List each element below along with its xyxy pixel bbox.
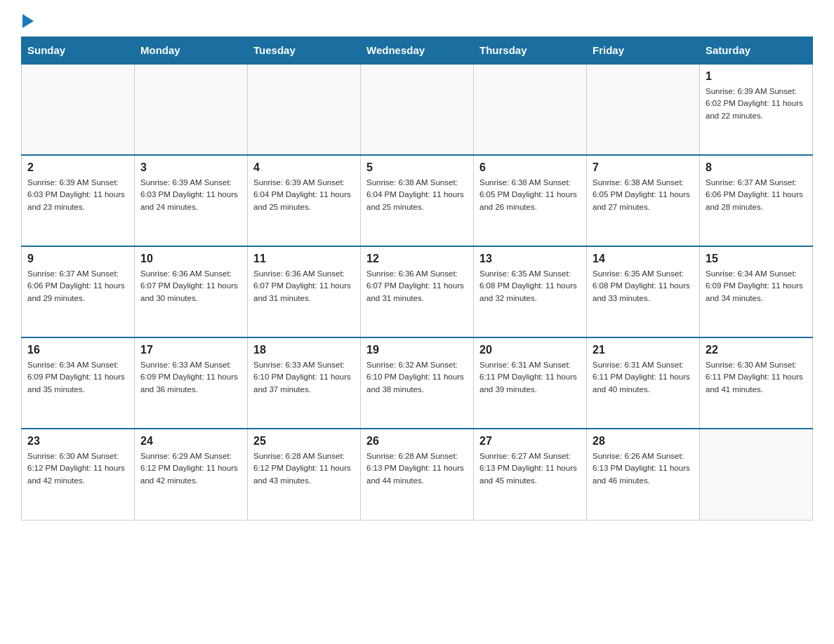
day-info: Sunrise: 6:31 AM Sunset: 6:11 PM Dayligh…: [593, 359, 694, 396]
calendar-cell: 8Sunrise: 6:37 AM Sunset: 6:06 PM Daylig…: [700, 155, 813, 246]
day-info: Sunrise: 6:37 AM Sunset: 6:06 PM Dayligh…: [27, 268, 128, 304]
calendar-header-row: SundayMondayTuesdayWednesdayThursdayFrid…: [22, 37, 813, 65]
calendar-cell: 28Sunrise: 6:26 AM Sunset: 6:13 PM Dayli…: [587, 429, 700, 520]
day-number: 17: [140, 344, 241, 356]
weekday-header-monday: Monday: [135, 37, 248, 65]
day-number: 28: [593, 435, 694, 448]
day-info: Sunrise: 6:36 AM Sunset: 6:07 PM Dayligh…: [140, 268, 241, 304]
calendar-cell: 14Sunrise: 6:35 AM Sunset: 6:08 PM Dayli…: [587, 246, 700, 337]
calendar-week-1: 1Sunrise: 6:39 AM Sunset: 6:02 PM Daylig…: [22, 64, 813, 155]
day-number: 20: [479, 344, 581, 356]
day-number: 2: [27, 161, 128, 174]
day-info: Sunrise: 6:27 AM Sunset: 6:13 PM Dayligh…: [479, 450, 581, 487]
calendar-cell: 26Sunrise: 6:28 AM Sunset: 6:13 PM Dayli…: [361, 429, 474, 520]
calendar-cell: 18Sunrise: 6:33 AM Sunset: 6:10 PM Dayli…: [248, 337, 361, 429]
day-number: 13: [479, 253, 581, 265]
calendar-cell: 2Sunrise: 6:39 AM Sunset: 6:03 PM Daylig…: [22, 155, 135, 246]
day-info: Sunrise: 6:39 AM Sunset: 6:02 PM Dayligh…: [706, 86, 807, 122]
day-number: 21: [593, 344, 694, 356]
calendar-week-4: 16Sunrise: 6:34 AM Sunset: 6:09 PM Dayli…: [22, 337, 813, 429]
day-info: Sunrise: 6:26 AM Sunset: 6:13 PM Dayligh…: [593, 450, 694, 487]
day-number: 5: [366, 161, 468, 174]
day-info: Sunrise: 6:33 AM Sunset: 6:10 PM Dayligh…: [253, 359, 355, 396]
calendar-cell: 25Sunrise: 6:28 AM Sunset: 6:12 PM Dayli…: [248, 429, 361, 520]
calendar-cell: [22, 64, 135, 155]
calendar-cell: 24Sunrise: 6:29 AM Sunset: 6:12 PM Dayli…: [135, 429, 248, 520]
calendar-cell: [587, 64, 700, 155]
day-number: 25: [253, 435, 355, 448]
day-info: Sunrise: 6:28 AM Sunset: 6:12 PM Dayligh…: [253, 450, 355, 487]
day-info: Sunrise: 6:34 AM Sunset: 6:09 PM Dayligh…: [27, 359, 128, 396]
calendar-cell: 20Sunrise: 6:31 AM Sunset: 6:11 PM Dayli…: [474, 337, 587, 429]
day-info: Sunrise: 6:35 AM Sunset: 6:08 PM Dayligh…: [479, 268, 581, 304]
weekday-header-friday: Friday: [587, 37, 700, 65]
calendar-cell: 4Sunrise: 6:39 AM Sunset: 6:04 PM Daylig…: [248, 155, 361, 246]
logo: [21, 14, 34, 29]
day-number: 3: [140, 161, 241, 174]
day-number: 16: [27, 344, 128, 356]
day-number: 15: [706, 253, 807, 265]
day-info: Sunrise: 6:35 AM Sunset: 6:08 PM Dayligh…: [593, 268, 694, 304]
day-info: Sunrise: 6:39 AM Sunset: 6:04 PM Dayligh…: [253, 177, 355, 213]
day-info: Sunrise: 6:39 AM Sunset: 6:03 PM Dayligh…: [140, 177, 241, 213]
day-number: 11: [253, 253, 355, 265]
calendar-cell: 16Sunrise: 6:34 AM Sunset: 6:09 PM Dayli…: [22, 337, 135, 429]
day-info: Sunrise: 6:32 AM Sunset: 6:10 PM Dayligh…: [366, 359, 468, 396]
calendar-cell: [700, 429, 813, 520]
day-info: Sunrise: 6:31 AM Sunset: 6:11 PM Dayligh…: [479, 359, 581, 396]
day-number: 27: [479, 435, 581, 448]
calendar-cell: 3Sunrise: 6:39 AM Sunset: 6:03 PM Daylig…: [135, 155, 248, 246]
day-number: 12: [366, 253, 468, 265]
calendar-cell: 5Sunrise: 6:38 AM Sunset: 6:04 PM Daylig…: [361, 155, 474, 246]
day-info: Sunrise: 6:39 AM Sunset: 6:03 PM Dayligh…: [27, 177, 128, 213]
day-info: Sunrise: 6:38 AM Sunset: 6:05 PM Dayligh…: [593, 177, 694, 213]
day-number: 19: [366, 344, 468, 356]
day-info: Sunrise: 6:36 AM Sunset: 6:07 PM Dayligh…: [366, 268, 468, 304]
calendar-cell: 11Sunrise: 6:36 AM Sunset: 6:07 PM Dayli…: [248, 246, 361, 337]
day-number: 9: [27, 253, 128, 265]
day-number: 6: [479, 161, 581, 174]
weekday-header-thursday: Thursday: [474, 37, 587, 65]
calendar-week-2: 2Sunrise: 6:39 AM Sunset: 6:03 PM Daylig…: [22, 155, 813, 246]
calendar-week-5: 23Sunrise: 6:30 AM Sunset: 6:12 PM Dayli…: [22, 429, 813, 520]
logo-arrow-icon: [22, 14, 34, 28]
calendar-week-3: 9Sunrise: 6:37 AM Sunset: 6:06 PM Daylig…: [22, 246, 813, 337]
weekday-header-tuesday: Tuesday: [248, 37, 361, 65]
day-info: Sunrise: 6:33 AM Sunset: 6:09 PM Dayligh…: [140, 359, 241, 396]
calendar-cell: [248, 64, 361, 155]
calendar-cell: 15Sunrise: 6:34 AM Sunset: 6:09 PM Dayli…: [700, 246, 813, 337]
day-number: 4: [253, 161, 355, 174]
calendar-cell: 12Sunrise: 6:36 AM Sunset: 6:07 PM Dayli…: [361, 246, 474, 337]
day-info: Sunrise: 6:34 AM Sunset: 6:09 PM Dayligh…: [706, 268, 807, 304]
day-number: 10: [140, 253, 241, 265]
weekday-header-sunday: Sunday: [22, 37, 135, 65]
day-number: 22: [706, 344, 807, 356]
day-number: 7: [593, 161, 694, 174]
day-info: Sunrise: 6:29 AM Sunset: 6:12 PM Dayligh…: [140, 450, 241, 487]
calendar-cell: 19Sunrise: 6:32 AM Sunset: 6:10 PM Dayli…: [361, 337, 474, 429]
day-number: 8: [706, 161, 807, 174]
calendar-cell: 27Sunrise: 6:27 AM Sunset: 6:13 PM Dayli…: [474, 429, 587, 520]
weekday-header-wednesday: Wednesday: [361, 37, 474, 65]
day-info: Sunrise: 6:30 AM Sunset: 6:11 PM Dayligh…: [706, 359, 807, 396]
day-info: Sunrise: 6:28 AM Sunset: 6:13 PM Dayligh…: [366, 450, 468, 487]
day-number: 1: [706, 70, 807, 83]
day-number: 26: [366, 435, 468, 448]
day-number: 18: [253, 344, 355, 356]
calendar-table: SundayMondayTuesdayWednesdayThursdayFrid…: [21, 36, 813, 521]
day-info: Sunrise: 6:38 AM Sunset: 6:05 PM Dayligh…: [479, 177, 581, 213]
calendar-cell: [361, 64, 474, 155]
day-info: Sunrise: 6:38 AM Sunset: 6:04 PM Dayligh…: [366, 177, 468, 213]
calendar-cell: [474, 64, 587, 155]
day-number: 14: [593, 253, 694, 265]
calendar-cell: 21Sunrise: 6:31 AM Sunset: 6:11 PM Dayli…: [587, 337, 700, 429]
calendar-cell: 9Sunrise: 6:37 AM Sunset: 6:06 PM Daylig…: [22, 246, 135, 337]
page-header: [21, 14, 813, 29]
calendar-cell: 6Sunrise: 6:38 AM Sunset: 6:05 PM Daylig…: [474, 155, 587, 246]
calendar-cell: 1Sunrise: 6:39 AM Sunset: 6:02 PM Daylig…: [700, 64, 813, 155]
calendar-cell: 10Sunrise: 6:36 AM Sunset: 6:07 PM Dayli…: [135, 246, 248, 337]
calendar-cell: 23Sunrise: 6:30 AM Sunset: 6:12 PM Dayli…: [22, 429, 135, 520]
day-info: Sunrise: 6:37 AM Sunset: 6:06 PM Dayligh…: [706, 177, 807, 213]
calendar-cell: 13Sunrise: 6:35 AM Sunset: 6:08 PM Dayli…: [474, 246, 587, 337]
day-number: 24: [140, 435, 241, 448]
